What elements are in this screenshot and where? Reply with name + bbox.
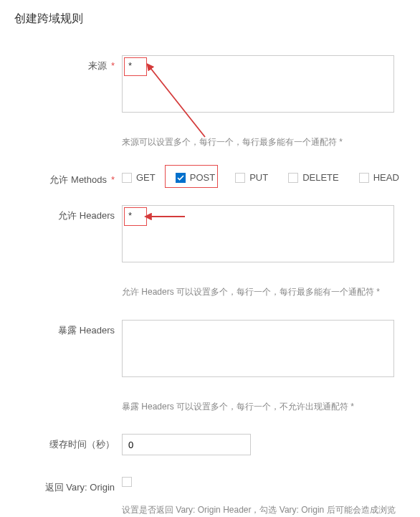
checkbox-vary-origin[interactable] [122, 477, 406, 487]
checkbox-box-put [235, 173, 245, 183]
label-vary-origin: 返回 Vary: Origin [14, 477, 122, 494]
label-cache-time: 缓存时间（秒） [14, 434, 122, 451]
checkbox-head[interactable]: HEAD [359, 172, 399, 183]
help-allow-headers: 允许 Headers 可以设置多个，每行一个，每行最多能有一个通配符 * [122, 285, 401, 299]
row-source: 来源* [14, 55, 406, 115]
row-vary-origin: 返回 Vary: Origin [14, 477, 406, 494]
label-methods: 允许 Methods* [14, 169, 122, 186]
label-allow-headers: 允许 Headers [14, 205, 122, 222]
checkbox-delete[interactable]: DELETE [288, 172, 339, 183]
checkbox-put[interactable]: PUT [235, 172, 268, 183]
checkbox-box-post [176, 173, 186, 183]
row-cache-time: 缓存时间（秒） [14, 434, 406, 455]
row-allow-headers: 允许 Headers [14, 205, 406, 265]
help-source: 来源可以设置多个，每行一个，每行最多能有一个通配符 * [122, 135, 401, 149]
checkbox-box-get [122, 173, 132, 183]
expose-headers-textarea[interactable] [122, 320, 394, 377]
allow-headers-textarea[interactable] [122, 205, 394, 262]
required-mark: * [111, 60, 115, 71]
checkbox-box-delete [288, 173, 298, 183]
row-methods: 允许 Methods* GET POST PUT DELETE HEAD [14, 169, 406, 186]
checkbox-box-vary [122, 477, 132, 487]
row-expose-headers: 暴露 Headers [14, 320, 406, 379]
checkbox-post[interactable]: POST [176, 172, 215, 183]
help-vary-origin: 设置是否返回 Vary: Origin Header，勾选 Vary: Orig… [122, 503, 401, 517]
cache-time-input[interactable] [122, 434, 251, 455]
checkbox-get[interactable]: GET [122, 172, 156, 183]
page-title: 创建跨域规则 [14, 11, 406, 27]
required-mark: * [111, 174, 115, 185]
label-source: 来源* [14, 55, 122, 72]
help-expose-headers: 暴露 Headers 可以设置多个，每行一个，不允许出现通配符 * [122, 399, 401, 414]
checkbox-box-head [359, 173, 369, 183]
label-expose-headers: 暴露 Headers [14, 320, 122, 337]
source-textarea[interactable] [122, 55, 394, 113]
